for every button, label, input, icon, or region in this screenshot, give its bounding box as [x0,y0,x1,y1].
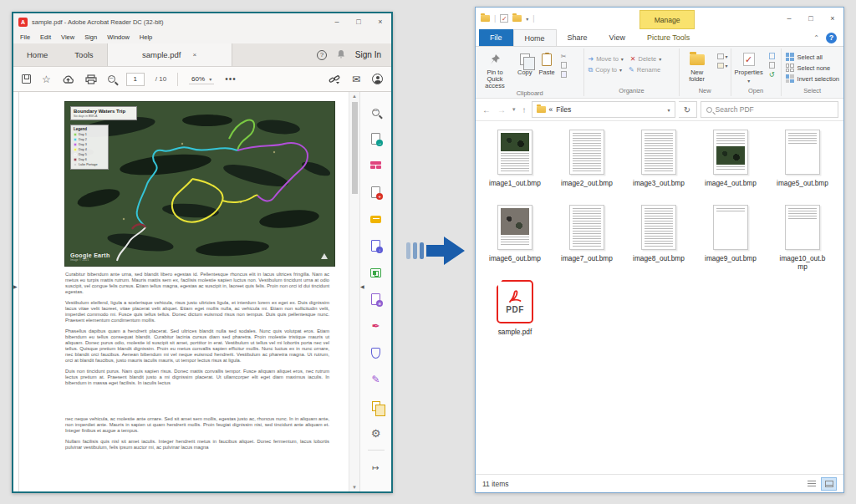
sign-in-button[interactable]: Sign In [355,50,381,59]
cut-button[interactable]: ✂ [558,52,569,60]
breadcrumb-folder[interactable]: Files [556,105,571,114]
more-tools-gear-icon[interactable]: ⚙ [360,420,391,446]
copy-button[interactable]: Copy [514,49,536,76]
file-item[interactable]: image4_out.bmp [695,126,767,201]
back-icon[interactable]: ← [481,105,492,115]
tab-view[interactable]: View [599,29,636,46]
chevron-down-icon[interactable]: ▾ [668,107,670,113]
up-icon[interactable]: ↑ [521,105,528,115]
properties-button[interactable]: ✓ Properties ▾ [731,49,767,84]
file-item[interactable]: image1_out.bmp [479,126,551,201]
organize-pages-icon[interactable] [360,259,391,286]
forward-icon[interactable]: → [496,105,507,115]
easy-access-button[interactable]: ▾ [715,52,731,60]
rename-button[interactable]: ✎Rename [625,64,664,75]
open-button[interactable] [767,61,777,69]
print-icon[interactable] [85,74,97,84]
expand-pane-icon[interactable]: ↦ [360,454,391,481]
close-button[interactable]: × [822,11,843,26]
file-item[interactable]: image3_out.bmp [623,126,695,201]
more-tools-icon[interactable]: ••• [225,74,237,84]
file-item[interactable]: image8_out.bmp [623,201,695,277]
file-item[interactable]: image6_out.bmp [479,201,551,277]
file-item-pdf[interactable]: PDF sample.pdf [479,277,551,352]
paste-shortcut-button[interactable] [558,70,569,79]
edit-pdf-icon[interactable] [360,152,391,179]
qat-new-folder-icon[interactable] [512,15,522,22]
cloud-upload-icon[interactable] [62,74,74,84]
zoom-level-dropdown[interactable]: 60% ▾ [189,74,214,84]
protect-icon[interactable] [360,339,391,366]
help-icon[interactable]: ? [317,50,327,60]
menu-help[interactable]: Help [140,33,152,41]
file-item[interactable]: image5_out.bmp [767,126,838,201]
details-view-button[interactable] [803,477,819,491]
tab-picture-tools[interactable]: Picture Tools [636,29,701,46]
tab-home[interactable]: Home [513,29,557,46]
combine-files-icon[interactable]: ↓ [360,232,391,259]
create-pdf-icon[interactable]: + [360,179,391,206]
save-icon[interactable] [22,74,31,84]
minimize-button[interactable]: – [326,14,348,29]
comment-icon[interactable] [360,206,391,232]
scroll-down-icon[interactable]: ▼ [352,485,357,490]
page-number-input[interactable]: 1 [126,73,145,86]
select-all-button[interactable]: Select all [782,53,843,61]
tools-panel-toggle-icon[interactable]: ◀ [360,283,364,289]
search-zoom-icon[interactable] [360,99,391,125]
tab-document[interactable]: sample.pdf × [107,43,232,66]
tab-file[interactable]: File [479,29,513,46]
breadcrumb[interactable]: « Files ▾ [532,101,675,118]
menu-sign[interactable]: Sign [84,33,97,41]
qat-customize-icon[interactable]: ▾ [526,16,528,22]
close-button[interactable]: × [369,14,391,29]
export-pdf-icon[interactable]: → [360,125,391,152]
menu-file[interactable]: File [20,33,30,41]
tab-home[interactable]: Home [13,43,61,66]
scrollbar-thumb[interactable] [352,102,358,194]
certificates-sign-icon[interactable]: ✎ [360,366,391,393]
menu-view[interactable]: View [61,33,74,41]
zoom-out-icon[interactable] [108,75,115,83]
history-button[interactable]: ↺ [767,70,777,79]
invert-selection-button[interactable]: Invert selection [782,74,843,83]
notifications-bell-icon[interactable] [337,49,345,60]
new-item-button[interactable]: ▾ [715,61,731,69]
copy-path-button[interactable] [558,61,569,69]
search-box[interactable] [701,101,838,118]
scroll-up-icon[interactable]: ▲ [352,94,357,99]
tab-tools[interactable]: Tools [61,43,106,66]
edit-button[interactable] [767,52,777,60]
compress-pdf-icon[interactable]: ≡ [360,286,391,313]
move-to-button[interactable]: ➜Move to▾ [584,53,626,64]
redact-icon[interactable] [360,393,391,420]
account-avatar-icon[interactable] [372,74,383,84]
copy-to-button[interactable]: ⧉Copy to▾ [584,64,625,75]
file-item[interactable]: image10_out.bmp [767,201,838,277]
menu-window[interactable]: Window [107,33,130,41]
maximize-button[interactable]: □ [800,11,822,26]
tab-share[interactable]: Share [557,29,599,46]
email-icon[interactable]: ✉ [352,74,360,85]
file-item[interactable]: image9_out.bmp [695,201,767,277]
paste-button[interactable]: Paste [536,49,558,76]
qat-properties-icon[interactable]: ✓ [500,14,508,23]
fill-sign-icon[interactable]: ✒ [360,313,391,339]
vertical-scrollbar[interactable]: ▲ ▼ [349,92,359,491]
refresh-icon[interactable]: ↻ [679,101,697,118]
delete-button[interactable]: ✕Delete▾ [627,53,665,64]
recent-locations-icon[interactable]: ▾ [511,106,517,113]
search-input[interactable] [716,105,833,114]
new-folder-button[interactable]: New folder [680,49,715,83]
thumbnail-view-button[interactable] [821,477,837,491]
select-none-button[interactable]: Select none [782,64,843,72]
file-item[interactable]: image7_out.bmp [551,201,623,277]
star-icon[interactable]: ☆ [42,74,51,85]
nav-pane-toggle-icon[interactable]: ▶ [13,283,18,289]
pin-to-quick-access-button[interactable]: Pin to Quick access [476,49,514,89]
minimize-button[interactable]: – [778,11,800,26]
share-link-icon[interactable] [329,74,340,84]
maximize-button[interactable]: □ [348,14,369,29]
file-item[interactable]: image2_out.bmp [551,126,623,201]
tab-close-icon[interactable]: × [192,51,196,59]
